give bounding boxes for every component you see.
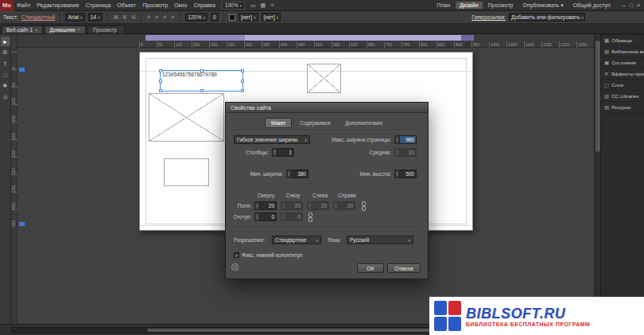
panel-item[interactable]: ▦ Образцы — [601, 35, 644, 46]
resize-handle[interactable] — [241, 69, 244, 72]
align-left-icon[interactable]: ≡ — [146, 14, 151, 20]
link-chain-icon[interactable] — [361, 201, 367, 212]
link-chain-icon[interactable] — [308, 212, 313, 223]
tool-button[interactable]: ◎ — [1, 92, 10, 102]
resize-handle[interactable] — [200, 89, 204, 92]
stepper-arrows-icon[interactable]: ▴▾ — [254, 212, 260, 221]
tool-button[interactable]: ► — [1, 37, 10, 46]
max-width-stepper[interactable]: ▴▾ 960 — [394, 135, 417, 144]
sticky-footer-checkbox-row[interactable]: ✓ Фикс. нижний колонтитул — [234, 252, 303, 258]
mode-button[interactable]: Дизайн — [456, 2, 483, 9]
document-tab[interactable]: Веб-сайт-1 × — [2, 25, 43, 33]
panel-item[interactable]: ▤ Библиотека виджетов — [601, 46, 644, 57]
list-icon[interactable]: ≡ — [270, 2, 274, 9]
stepper-arrows-icon[interactable]: ▴▾ — [281, 212, 286, 221]
language-select[interactable]: Русский ▾ — [347, 236, 413, 244]
stepper-arrows-icon[interactable]: ▴▾ — [333, 201, 339, 210]
image-placeholder[interactable] — [307, 64, 341, 93]
margin-stepper[interactable]: ▴▾ 20 — [333, 201, 355, 210]
char-style-select[interactable]: [нет] ▾ — [239, 13, 258, 21]
menu-item[interactable]: Редактирование — [33, 0, 82, 11]
stepper-arrows-icon[interactable]: ▴▾ — [286, 169, 292, 178]
resize-handle[interactable] — [159, 80, 162, 83]
margin-stepper[interactable]: ▴▾ 20 — [281, 201, 303, 210]
columns-stepper[interactable]: ▴▾ 1 — [272, 148, 294, 157]
page-tab[interactable]: Просмотр — [87, 25, 125, 33]
stepper-arrows-icon[interactable]: ▴▾ — [272, 148, 277, 157]
maximize-icon[interactable]: □ — [630, 2, 633, 8]
dialog-tab[interactable]: Макет — [265, 118, 292, 128]
page-tab[interactable]: Домашняя × — [45, 25, 87, 33]
mode-button[interactable]: План — [433, 2, 454, 9]
menu-item[interactable]: Просмотр — [139, 0, 171, 11]
bold-icon[interactable]: Ж — [113, 14, 119, 20]
align-center-icon[interactable]: ≡ — [154, 14, 159, 20]
tracking-field[interactable]: 0 — [211, 13, 219, 21]
grid-icon[interactable]: ▦ — [260, 2, 267, 9]
panel-item[interactable]: ▥ CC Libraries — [601, 91, 644, 102]
tool-button[interactable]: ✚ — [1, 81, 10, 91]
close-icon[interactable]: × — [637, 2, 640, 8]
text-color-swatch[interactable] — [229, 14, 235, 21]
zoom-control[interactable]: 100% ▾ — [222, 2, 245, 10]
dialog-tab[interactable]: Содержимое — [293, 118, 337, 128]
guide-marker[interactable] — [19, 68, 25, 72]
tool-button[interactable]: □ — [1, 70, 10, 80]
dialog-tab[interactable]: Дополнительно — [339, 118, 389, 128]
resize-handle[interactable] — [200, 69, 204, 72]
leading-field[interactable]: 120% ▾ — [185, 13, 208, 21]
resize-handle[interactable] — [159, 69, 162, 72]
stepper-arrows-icon[interactable]: ▴▾ — [394, 135, 400, 144]
close-icon[interactable]: × — [78, 27, 81, 33]
minimize-icon[interactable]: – — [623, 2, 626, 8]
dialog-titlebar[interactable]: Свойства сайта — [226, 103, 428, 113]
rectangle-frame[interactable] — [164, 158, 209, 186]
menu-item[interactable]: Окно — [171, 0, 190, 11]
width-mode-select[interactable]: Гибкое значение ширины ▾ — [234, 135, 310, 144]
panel-item[interactable]: ▣ Состояния — [601, 57, 644, 68]
menu-item[interactable]: Объект — [114, 0, 139, 11]
margin-stepper[interactable]: ▴▾ 20 — [254, 201, 277, 210]
cancel-button[interactable]: Отмена — [387, 263, 421, 273]
stepper-arrows-icon[interactable]: ▴▾ — [394, 169, 400, 178]
resize-handle[interactable] — [159, 89, 162, 92]
browser-width-bar[interactable] — [145, 35, 474, 41]
stepper-arrows-icon[interactable]: ▴▾ — [254, 201, 260, 210]
panel-item[interactable]: ≋ Эффекты прокрутки — [601, 68, 644, 80]
close-icon[interactable]: × — [35, 28, 38, 33]
min-width-stepper[interactable]: ▴▾ 380 — [286, 169, 308, 178]
tool-button[interactable]: T — [1, 59, 10, 68]
resize-handle[interactable] — [241, 80, 244, 83]
para-style-select[interactable]: [нет] ▾ — [262, 13, 281, 21]
underline-icon[interactable]: Ч — [130, 14, 136, 20]
mode-button[interactable]: Опубликовать ▾ — [519, 2, 568, 10]
help-icon[interactable]: ? — [231, 263, 239, 271]
margin-stepper[interactable]: ▴▾ 20 — [307, 201, 329, 210]
stepper-arrows-icon[interactable]: ▴▾ — [307, 201, 312, 210]
menu-item[interactable]: Справка — [190, 0, 218, 11]
hyperlinks-select[interactable]: Добавить или фильтровать ▾ — [509, 13, 585, 21]
menu-item[interactable]: Страница — [83, 0, 114, 11]
vertical-scrollbar[interactable] — [594, 34, 600, 324]
min-height-stepper[interactable]: ▴▾ 500 — [394, 169, 417, 178]
resolution-select[interactable]: Стандартное ▾ — [272, 236, 321, 244]
text-style-link[interactable]: Стандартный — [21, 14, 55, 20]
guide-marker[interactable] — [19, 222, 25, 226]
checkbox-check-icon[interactable]: ✓ — [234, 252, 239, 258]
stepper-arrows-icon[interactable]: ▴▾ — [281, 201, 286, 210]
panel-item[interactable]: ▧ Ресурсы — [601, 102, 644, 113]
padding-stepper[interactable]: ▴▾ 0 — [254, 212, 277, 221]
align-right-icon[interactable]: ≡ — [162, 14, 167, 20]
selected-text-frame[interactable]: 1234545675676679789 — [160, 70, 243, 92]
ok-button[interactable]: ОК — [357, 263, 384, 273]
font-size-field[interactable]: 14 ▾ — [88, 13, 103, 21]
mode-button[interactable]: Общий доступ — [569, 2, 615, 9]
tool-button[interactable]: ⊞ — [1, 48, 10, 57]
frame-icon[interactable]: ▭ — [250, 2, 257, 9]
resize-handle[interactable] — [241, 89, 244, 92]
collapse-icon[interactable]: « — [465, 41, 468, 48]
panel-item[interactable]: ▢ Слои — [601, 80, 644, 91]
padding-stepper[interactable]: ▴▾ 0 — [281, 212, 303, 221]
menu-item[interactable]: Файл — [14, 0, 33, 11]
italic-icon[interactable]: К — [122, 14, 127, 20]
